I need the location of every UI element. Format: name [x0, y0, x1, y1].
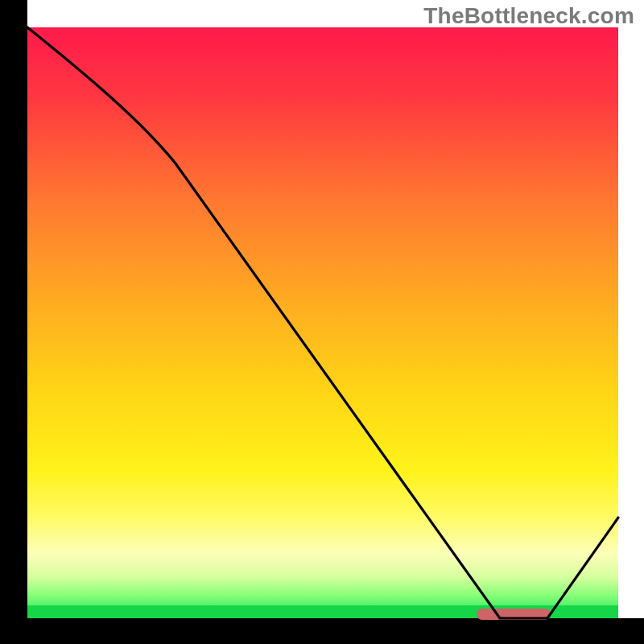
axis-bottom: [0, 618, 644, 644]
axis-left: [0, 0, 27, 644]
watermark-text: TheBottleneck.com: [423, 3, 634, 29]
bottleneck-chart: [0, 0, 644, 644]
chart-background: [27, 27, 618, 618]
chart-container: TheBottleneck.com: [0, 0, 644, 644]
